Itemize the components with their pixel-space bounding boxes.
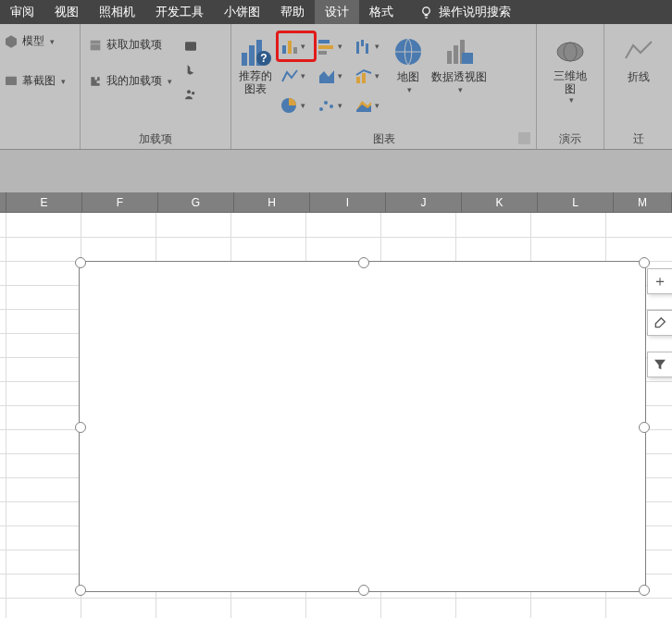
pivot-chart-icon [443,36,475,68]
col-I[interactable]: I [310,192,386,213]
visio-icon[interactable] [183,39,198,54]
funnel-icon [653,357,667,372]
svg-point-0 [423,6,430,14]
svg-rect-15 [318,45,333,49]
svg-text:?: ? [260,52,267,65]
get-addins-button[interactable]: 获取加载项 [88,37,172,53]
svg-rect-7 [249,45,255,66]
pivot-chart-button[interactable]: 数据透视图 ▾ [428,34,491,96]
svg-point-26 [330,105,333,108]
svg-rect-6 [242,53,247,66]
ribbon: 模型▾ 幕截图▾ 获取加载项 [0,24,672,150]
tell-me[interactable]: 操作说明搜索 [409,0,521,24]
area-chart-icon [317,68,336,84]
tab-review[interactable]: 审阅 [0,0,44,24]
bar-chart-icon [280,38,299,55]
group-label-tour: 迁 [604,130,672,149]
people-icon[interactable] [183,87,198,102]
col-L[interactable]: L [538,192,614,213]
svg-rect-3 [185,42,196,50]
formula-bar-area [0,150,672,192]
svg-rect-33 [462,53,473,64]
chart-styles-button[interactable] [647,310,672,336]
tab-format[interactable]: 格式 [359,0,404,24]
col-G[interactable]: G [158,192,234,213]
tab-pie[interactable]: 小饼图 [214,0,270,24]
sparkline-line-button[interactable]: 折线 [619,34,658,87]
svg-rect-2 [91,40,101,50]
group-label [0,130,80,149]
line-chart-button[interactable]: ▾ [279,63,314,89]
screenshot-icon [4,74,19,89]
col-E[interactable]: E [6,192,82,213]
resize-handle[interactable] [75,422,86,433]
pie-chart-icon [280,97,299,114]
col-K[interactable]: K [462,192,538,213]
col-M[interactable]: M [614,192,672,213]
svg-rect-16 [318,51,327,55]
combo-chart-button[interactable]: ▾ [353,63,388,89]
model-button[interactable]: 模型▾ [4,33,55,49]
sparkline-icon [623,36,654,68]
resize-handle[interactable] [75,585,86,596]
scatter-chart-button[interactable]: ▾ [316,93,351,118]
chart-elements-button[interactable]: ＋ [647,268,672,294]
pie-chart-button[interactable]: ▾ [279,93,314,118]
svg-rect-13 [293,47,297,54]
group-label-demo: 演示 [537,130,604,149]
waterfall-chart-button[interactable]: ▾ [353,33,388,59]
puzzle-icon [88,74,103,89]
svg-rect-30 [447,51,452,64]
worksheet-grid[interactable]: ＋ [0,213,672,618]
col-H[interactable]: H [234,192,310,213]
my-addins-button[interactable]: 我的加载项▾ [88,73,172,89]
embedded-chart[interactable] [79,261,646,592]
globe-3d-icon [554,36,586,68]
area-chart-button[interactable]: ▾ [316,63,351,89]
store-icon [88,38,103,53]
tab-view[interactable]: 视图 [44,0,89,24]
lightbulb-icon [419,6,433,19]
cube-icon [4,34,19,49]
svg-rect-22 [362,73,366,83]
recommended-charts-button[interactable]: ? 推荐的 图表 [235,34,276,97]
surface-chart-button[interactable]: ▾ [353,93,388,118]
svg-rect-14 [318,40,330,43]
resize-handle[interactable] [639,585,650,596]
charts-dialog-launcher[interactable] [518,132,530,144]
resize-handle[interactable] [358,257,369,268]
svg-rect-11 [282,45,286,54]
tab-design[interactable]: 设计 [315,0,359,24]
svg-point-5 [192,92,194,94]
screenshot-button[interactable]: 幕截图▾ [4,73,66,89]
group-label-addins: 加载项 [81,130,230,149]
tab-develop[interactable]: 开发工具 [145,0,214,24]
col-J[interactable]: J [386,192,462,213]
surface-chart-icon [355,97,373,114]
resize-handle[interactable] [358,585,369,596]
line-chart-icon [280,68,299,84]
plus-icon: ＋ [653,272,667,291]
svg-rect-18 [361,40,364,46]
tab-help[interactable]: 帮助 [270,0,315,24]
svg-point-4 [187,90,191,93]
bar-chart-button[interactable]: ▾ [316,33,351,59]
combo-chart-icon [355,68,373,84]
col-F[interactable]: F [82,192,158,213]
svg-rect-12 [288,41,292,54]
map-chart-button[interactable]: 地图 ▾ [389,34,428,96]
resize-handle[interactable] [639,422,650,433]
svg-rect-19 [366,43,368,54]
bing-icon[interactable] [183,63,198,78]
resize-handle[interactable] [75,257,86,268]
waterfall-icon [355,38,373,55]
brush-icon [653,315,667,330]
3d-map-button[interactable]: 三维地 图 ▾ [550,34,591,106]
tab-camera[interactable]: 照相机 [89,0,145,24]
svg-rect-31 [454,45,458,64]
svg-point-25 [324,101,328,105]
resize-handle[interactable] [639,257,650,268]
chart-filter-button[interactable] [647,352,672,377]
column-headers: E F G H I J K L M [0,192,672,213]
column-chart-button[interactable]: ▾ [276,31,317,62]
